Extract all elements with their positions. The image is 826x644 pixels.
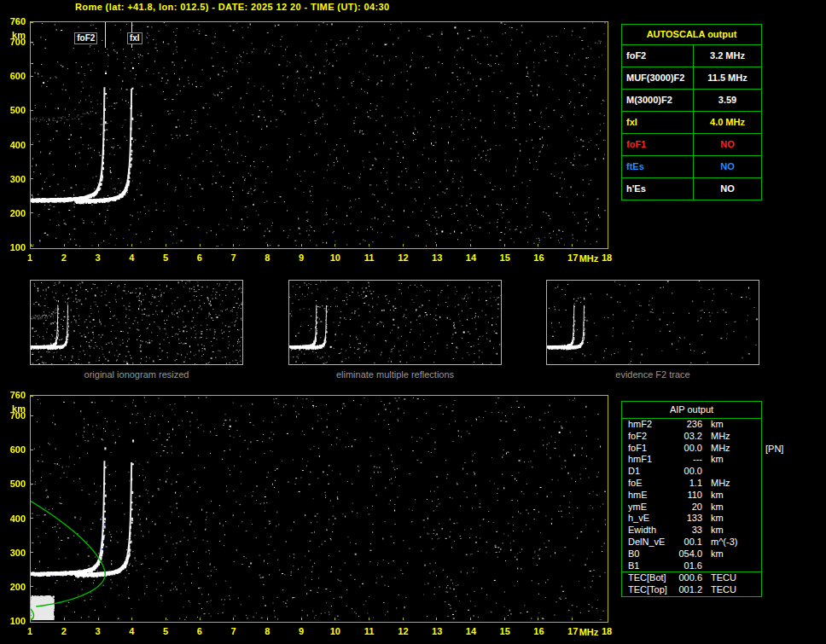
aip-table-header: AIP output	[622, 402, 761, 419]
y-axis-tick-label: 200	[3, 582, 26, 592]
aip-param-unit: MHz	[702, 478, 730, 490]
autoscala-window: Rome (lat: +41.8, lon: 012.5) - DATE: 20…	[0, 0, 826, 644]
autoscala-param-value: 11.5 MHz	[694, 67, 761, 89]
thumbnail-eliminate-multiples-canvas	[289, 281, 501, 364]
autoscala-table-body: foF23.2 MHzMUF(3000)F211.5 MHzM(3000)F23…	[622, 44, 761, 200]
autoscala-param-value: NO	[694, 134, 761, 155]
autoscala-param-label: fxI	[622, 112, 694, 133]
x-axis-tick-label: 10	[326, 252, 345, 263]
aip-param-unit: km	[702, 525, 724, 537]
autoscala-param-value: 3.2 MHz	[694, 45, 761, 67]
x-axis-tick-label: 1	[20, 626, 39, 636]
x-axis-unit-label: MHz	[576, 627, 602, 637]
autoscala-param-label: foF2	[622, 45, 694, 67]
autoscala-param-value: NO	[694, 156, 761, 177]
x-axis-tick-label: 5	[156, 252, 175, 263]
autoscala-row: fxI4.0 MHz	[622, 111, 761, 133]
autoscala-param-label: h'Es	[622, 178, 694, 200]
aip-row: B101.6	[622, 560, 761, 572]
y-axis-tick-label: 100	[3, 616, 26, 626]
x-axis-tick-label: 16	[529, 252, 548, 263]
aip-param-value: 03.2	[677, 431, 702, 443]
y-axis-tick-label: 600	[3, 71, 26, 81]
aip-param-label: Ewidth	[622, 525, 677, 537]
x-axis-tick-label: 15	[496, 626, 515, 636]
y-axis-unit-label: km	[3, 403, 26, 414]
x-axis-tick-label: 7	[224, 626, 243, 636]
aip-param-value: 001.2	[677, 584, 702, 596]
aip-param-label: foF1	[622, 443, 677, 455]
pn-note: [PN]	[765, 444, 783, 454]
y-axis-tick-label: 760	[3, 16, 26, 26]
autoscala-row: MUF(3000)F211.5 MHz	[622, 67, 761, 89]
thumbnail-caption-eliminate: eliminate multiple reflections	[288, 369, 502, 380]
aip-row: foE1.1MHz	[622, 478, 761, 490]
ionogram-plot-main: foF2fxI	[30, 21, 608, 249]
x-axis-tick-label: 4	[122, 626, 141, 636]
aip-param-value: 000.6	[677, 572, 702, 584]
x-axis-tick-label: 15	[496, 252, 515, 263]
aip-output-table: AIP output hmF2236kmfoF203.2MHzfoF100.0M…	[621, 401, 762, 597]
x-axis-tick-label: 3	[89, 626, 108, 636]
x-axis-tick-label: 14	[462, 626, 480, 636]
x-axis-tick-label: 2	[55, 252, 73, 263]
autoscala-row: ftEsNO	[622, 155, 761, 177]
marker-label-fof2: foF2	[74, 32, 97, 44]
x-axis-tick-label: 13	[428, 626, 446, 636]
y-axis-tick-label: 300	[3, 174, 26, 184]
aip-param-unit: km	[702, 490, 724, 502]
thumbnail-caption-original: original ionogram resized	[30, 369, 243, 380]
autoscala-row: h'EsNO	[622, 177, 761, 200]
x-axis-tick-label: 7	[224, 252, 243, 263]
station-date-title: Rome (lat: +41.8, lon: 012.5) - DATE: 20…	[75, 2, 390, 12]
aip-param-unit: TECU	[702, 572, 736, 584]
thumbnail-caption-evidence: evidence F2 trace	[546, 369, 759, 380]
thumbnail-evidence-f2-canvas	[547, 281, 759, 364]
aip-param-label: TEC[Bot]	[622, 572, 677, 584]
aip-param-label: DelN_vE	[622, 537, 677, 548]
x-axis-tick-label: 13	[428, 252, 446, 263]
aip-param-value: ---	[677, 454, 702, 466]
aip-param-value: 00.0	[677, 443, 702, 455]
aip-param-label: hmE	[622, 490, 677, 502]
aip-param-unit: km	[702, 502, 724, 513]
thumbnail-original-canvas	[31, 281, 242, 364]
aip-row: foF203.2MHz	[622, 431, 761, 443]
y-axis-tick-label: 400	[3, 513, 26, 524]
autoscala-output-table: AUTOSCALA output foF23.2 MHzMUF(3000)F21…	[621, 24, 762, 200]
aip-row: Ewidth33km	[622, 525, 761, 537]
y-axis-tick-label: 100	[3, 242, 26, 252]
autoscala-param-value: 4.0 MHz	[694, 112, 761, 133]
aip-param-label: hmF1	[622, 454, 677, 466]
x-axis-tick-label: 12	[393, 252, 412, 263]
aip-param-label: hmF2	[622, 419, 677, 431]
autoscala-param-value: 3.59	[694, 90, 761, 111]
aip-param-unit: TECU	[702, 584, 736, 596]
x-axis-tick-label: 11	[360, 626, 379, 636]
y-axis-tick-label: 500	[3, 105, 26, 115]
y-axis-tick-label: 300	[3, 548, 26, 558]
aip-param-unit: km	[702, 419, 724, 431]
x-axis-tick-label: 8	[258, 252, 276, 263]
aip-row: hmF1---km	[622, 454, 761, 466]
aip-param-label: foE	[622, 478, 677, 490]
aip-param-unit: MHz	[702, 443, 730, 455]
y-axis-tick-label: 200	[3, 208, 26, 218]
x-axis-tick-label: 1	[20, 252, 39, 263]
autoscala-param-label: MUF(3000)F2	[622, 67, 694, 89]
aip-param-unit: km	[702, 513, 724, 525]
aip-param-value: 236	[677, 419, 702, 431]
aip-param-label: D1	[622, 466, 677, 478]
aip-row: TEC[Bot]000.6TECU	[622, 571, 761, 584]
aip-param-label: foF2	[622, 431, 677, 443]
x-axis-tick-label: 5	[156, 626, 175, 636]
autoscala-param-label: M(3000)F2	[622, 90, 694, 111]
aip-param-value: 20	[677, 502, 702, 513]
autoscala-row: M(3000)F23.59	[622, 89, 761, 111]
aip-param-label: B0	[622, 548, 677, 560]
aip-row: DelN_vE00.1m^(-3)	[622, 537, 761, 548]
aip-param-unit: km	[702, 454, 724, 466]
aip-param-value: 00.1	[677, 537, 702, 548]
aip-param-value: 33	[677, 525, 702, 537]
x-axis-tick-label: 3	[89, 252, 108, 263]
